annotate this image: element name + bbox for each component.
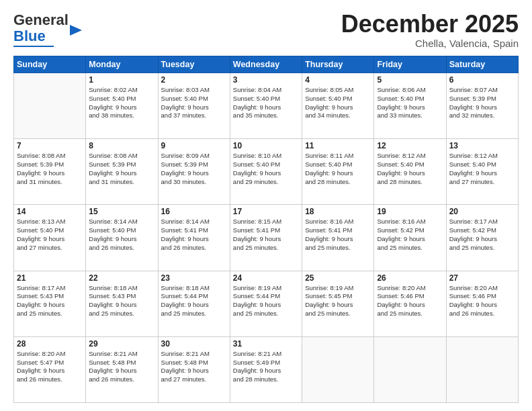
calendar-day-header: Sunday (14, 56, 86, 73)
day-number: 31 (233, 339, 299, 349)
day-info: Sunrise: 8:14 AM Sunset: 5:41 PM Dayligh… (161, 218, 227, 252)
day-number: 8 (89, 141, 154, 150)
day-number: 28 (17, 339, 83, 349)
day-number: 15 (89, 207, 154, 216)
day-number: 7 (17, 141, 83, 150)
calendar-week-row: 21Sunrise: 8:17 AM Sunset: 5:43 PM Dayli… (14, 271, 519, 336)
calendar-week-row: 1Sunrise: 8:02 AM Sunset: 5:40 PM Daylig… (14, 73, 519, 139)
day-number: 14 (17, 207, 83, 216)
day-info: Sunrise: 8:20 AM Sunset: 5:46 PM Dayligh… (377, 284, 443, 318)
day-number: 30 (161, 339, 227, 349)
day-number: 5 (377, 75, 443, 85)
day-info: Sunrise: 8:08 AM Sunset: 5:39 PM Dayligh… (17, 152, 83, 186)
day-number: 23 (161, 273, 227, 283)
calendar-cell: 12Sunrise: 8:12 AM Sunset: 5:40 PM Dayli… (374, 139, 446, 205)
day-info: Sunrise: 8:14 AM Sunset: 5:40 PM Dayligh… (89, 218, 154, 252)
calendar-cell: 5Sunrise: 8:06 AM Sunset: 5:40 PM Daylig… (374, 73, 446, 139)
day-info: Sunrise: 8:19 AM Sunset: 5:44 PM Dayligh… (233, 284, 299, 318)
calendar-cell: 17Sunrise: 8:15 AM Sunset: 5:41 PM Dayli… (230, 205, 302, 271)
calendar-cell: 10Sunrise: 8:10 AM Sunset: 5:40 PM Dayli… (230, 139, 302, 205)
title-block: December 2025 Chella, Valencia, Spain (341, 12, 519, 49)
day-info: Sunrise: 8:05 AM Sunset: 5:40 PM Dayligh… (305, 86, 371, 120)
calendar-cell: 19Sunrise: 8:16 AM Sunset: 5:42 PM Dayli… (374, 205, 446, 271)
calendar-cell: 20Sunrise: 8:17 AM Sunset: 5:42 PM Dayli… (446, 205, 518, 271)
day-info: Sunrise: 8:21 AM Sunset: 5:48 PM Dayligh… (161, 350, 227, 384)
calendar-day-header: Tuesday (158, 56, 230, 73)
calendar-cell: 21Sunrise: 8:17 AM Sunset: 5:43 PM Dayli… (14, 271, 86, 336)
day-info: Sunrise: 8:03 AM Sunset: 5:40 PM Dayligh… (161, 86, 227, 120)
day-number: 17 (233, 207, 299, 216)
calendar-cell: 26Sunrise: 8:20 AM Sunset: 5:46 PM Dayli… (374, 271, 446, 336)
day-info: Sunrise: 8:13 AM Sunset: 5:40 PM Dayligh… (17, 218, 83, 252)
calendar-cell: 18Sunrise: 8:16 AM Sunset: 5:41 PM Dayli… (302, 205, 374, 271)
calendar-cell: 31Sunrise: 8:21 AM Sunset: 5:49 PM Dayli… (230, 336, 302, 402)
day-info: Sunrise: 8:20 AM Sunset: 5:46 PM Dayligh… (449, 284, 515, 318)
day-number: 24 (233, 273, 299, 283)
day-info: Sunrise: 8:16 AM Sunset: 5:41 PM Dayligh… (305, 218, 371, 252)
day-number: 3 (233, 75, 299, 85)
calendar-day-header: Wednesday (230, 56, 302, 73)
day-number: 6 (449, 75, 515, 85)
calendar-table: SundayMondayTuesdayWednesdayThursdayFrid… (13, 56, 519, 403)
day-number: 12 (377, 141, 443, 150)
location-subtitle: Chella, Valencia, Spain (341, 38, 519, 49)
day-info: Sunrise: 8:17 AM Sunset: 5:42 PM Dayligh… (449, 218, 515, 252)
calendar-week-row: 28Sunrise: 8:20 AM Sunset: 5:47 PM Dayli… (14, 336, 519, 402)
calendar-cell: 22Sunrise: 8:18 AM Sunset: 5:43 PM Dayli… (86, 271, 158, 336)
day-info: Sunrise: 8:08 AM Sunset: 5:39 PM Dayligh… (89, 152, 154, 186)
calendar-cell: 23Sunrise: 8:18 AM Sunset: 5:44 PM Dayli… (158, 271, 230, 336)
page: General Blue December 2025 Chella, Valen… (0, 0, 532, 411)
logo: General Blue (13, 12, 82, 47)
calendar-cell: 2Sunrise: 8:03 AM Sunset: 5:40 PM Daylig… (158, 73, 230, 139)
calendar-header-row: SundayMondayTuesdayWednesdayThursdayFrid… (14, 56, 519, 73)
calendar-cell: 28Sunrise: 8:20 AM Sunset: 5:47 PM Dayli… (14, 336, 86, 402)
calendar-cell: 4Sunrise: 8:05 AM Sunset: 5:40 PM Daylig… (302, 73, 374, 139)
logo-underline (13, 46, 54, 47)
calendar-week-row: 14Sunrise: 8:13 AM Sunset: 5:40 PM Dayli… (14, 205, 519, 271)
calendar-cell: 27Sunrise: 8:20 AM Sunset: 5:46 PM Dayli… (446, 271, 518, 336)
day-info: Sunrise: 8:16 AM Sunset: 5:42 PM Dayligh… (377, 218, 443, 252)
day-number: 1 (89, 75, 154, 85)
day-info: Sunrise: 8:12 AM Sunset: 5:40 PM Dayligh… (377, 152, 443, 186)
calendar-cell: 3Sunrise: 8:04 AM Sunset: 5:40 PM Daylig… (230, 73, 302, 139)
calendar-cell: 6Sunrise: 8:07 AM Sunset: 5:39 PM Daylig… (446, 73, 518, 139)
logo-blue: Blue (13, 28, 69, 44)
day-info: Sunrise: 8:20 AM Sunset: 5:47 PM Dayligh… (17, 350, 83, 384)
day-number: 18 (305, 207, 371, 216)
calendar-cell (374, 336, 446, 402)
day-info: Sunrise: 8:18 AM Sunset: 5:43 PM Dayligh… (89, 284, 154, 318)
calendar-cell: 8Sunrise: 8:08 AM Sunset: 5:39 PM Daylig… (86, 139, 158, 205)
day-number: 16 (161, 207, 227, 216)
day-info: Sunrise: 8:10 AM Sunset: 5:40 PM Dayligh… (233, 152, 299, 186)
svg-marker-0 (70, 25, 82, 36)
calendar-cell (446, 336, 518, 402)
day-number: 21 (17, 273, 83, 283)
day-info: Sunrise: 8:11 AM Sunset: 5:40 PM Dayligh… (305, 152, 371, 186)
calendar-cell (302, 336, 374, 402)
day-info: Sunrise: 8:04 AM Sunset: 5:40 PM Dayligh… (233, 86, 299, 120)
day-number: 2 (161, 75, 227, 85)
calendar-cell: 9Sunrise: 8:09 AM Sunset: 5:39 PM Daylig… (158, 139, 230, 205)
calendar-week-row: 7Sunrise: 8:08 AM Sunset: 5:39 PM Daylig… (14, 139, 519, 205)
day-info: Sunrise: 8:06 AM Sunset: 5:40 PM Dayligh… (377, 86, 443, 120)
day-info: Sunrise: 8:18 AM Sunset: 5:44 PM Dayligh… (161, 284, 227, 318)
logo-arrow-icon (70, 24, 82, 37)
month-title: December 2025 (341, 12, 519, 36)
header: General Blue December 2025 Chella, Valen… (13, 12, 519, 49)
calendar-day-header: Saturday (446, 56, 518, 73)
day-info: Sunrise: 8:02 AM Sunset: 5:40 PM Dayligh… (89, 86, 154, 120)
day-info: Sunrise: 8:07 AM Sunset: 5:39 PM Dayligh… (449, 86, 515, 120)
day-info: Sunrise: 8:12 AM Sunset: 5:40 PM Dayligh… (449, 152, 515, 186)
day-number: 26 (377, 273, 443, 283)
calendar-cell: 14Sunrise: 8:13 AM Sunset: 5:40 PM Dayli… (14, 205, 86, 271)
calendar-body: 1Sunrise: 8:02 AM Sunset: 5:40 PM Daylig… (14, 73, 519, 403)
day-number: 19 (377, 207, 443, 216)
calendar-cell: 24Sunrise: 8:19 AM Sunset: 5:44 PM Dayli… (230, 271, 302, 336)
day-number: 13 (449, 141, 515, 150)
day-info: Sunrise: 8:17 AM Sunset: 5:43 PM Dayligh… (17, 284, 83, 318)
calendar-cell: 15Sunrise: 8:14 AM Sunset: 5:40 PM Dayli… (86, 205, 158, 271)
day-number: 22 (89, 273, 154, 283)
calendar-day-header: Monday (86, 56, 158, 73)
day-number: 11 (305, 141, 371, 150)
day-info: Sunrise: 8:15 AM Sunset: 5:41 PM Dayligh… (233, 218, 299, 252)
